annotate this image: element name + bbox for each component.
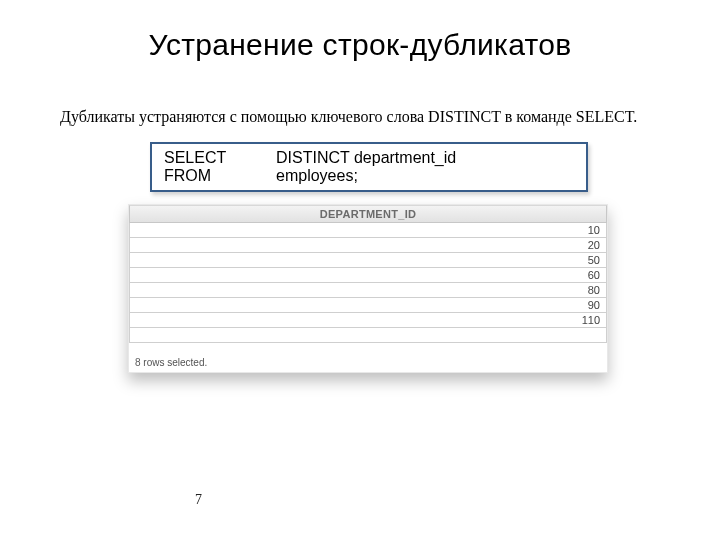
description-text: Дубликаты устраняются с помощью ключевог…: [0, 80, 720, 128]
code-keyword: SELECT: [164, 149, 276, 167]
result-row: 80: [129, 283, 607, 298]
rows-selected-status: 8 rows selected.: [129, 343, 607, 372]
code-line-1: SELECTDISTINCT department_id: [164, 149, 576, 167]
result-row: 60: [129, 268, 607, 283]
result-row: 110: [129, 313, 607, 328]
code-rest: DISTINCT department_id: [276, 149, 456, 166]
page-number: 7: [195, 492, 202, 508]
result-row: [129, 328, 607, 343]
result-column-header: DEPARTMENT_ID: [129, 205, 607, 223]
result-row: 90: [129, 298, 607, 313]
code-line-2: FROMemployees;: [164, 167, 576, 185]
code-keyword: FROM: [164, 167, 276, 185]
code-rest: employees;: [276, 167, 358, 184]
slide-title: Устранение строк-дубликатов: [0, 0, 720, 80]
query-result-panel: DEPARTMENT_ID 102050608090110 8 rows sel…: [128, 204, 608, 373]
result-row: 20: [129, 238, 607, 253]
result-row: 50: [129, 253, 607, 268]
sql-code-box: SELECTDISTINCT department_id FROMemploye…: [150, 142, 588, 192]
result-row: 10: [129, 223, 607, 238]
